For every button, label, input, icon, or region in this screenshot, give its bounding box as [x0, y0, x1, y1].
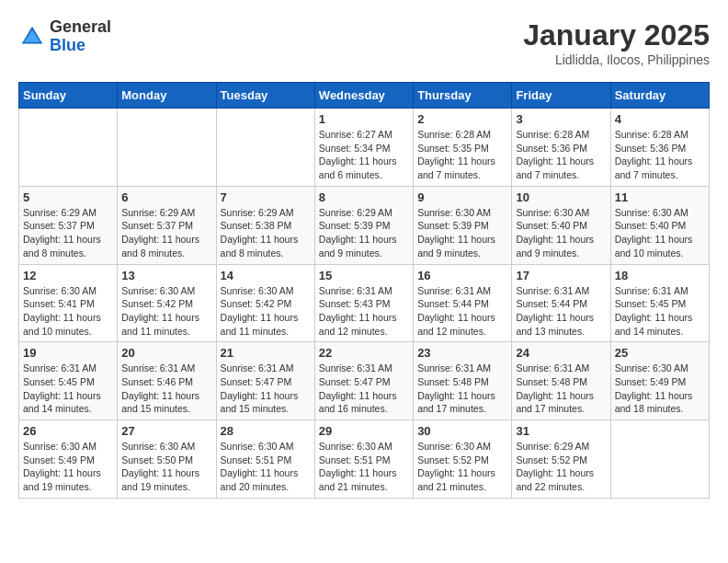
- day-number: 25: [615, 346, 705, 360]
- day-info: Sunrise: 6:31 AMSunset: 5:44 PMDaylight:…: [417, 284, 507, 339]
- day-info: Sunrise: 6:31 AMSunset: 5:48 PMDaylight:…: [516, 362, 606, 416]
- day-number: 15: [319, 269, 409, 282]
- day-info: Sunrise: 6:30 AMSunset: 5:41 PMDaylight:…: [23, 284, 113, 339]
- day-info: Sunrise: 6:31 AMSunset: 5:47 PMDaylight:…: [319, 362, 409, 416]
- calendar-cell: 28Sunrise: 6:30 AMSunset: 5:51 PMDayligh…: [216, 420, 314, 499]
- calendar-cell: 21Sunrise: 6:31 AMSunset: 5:47 PMDayligh…: [216, 342, 314, 420]
- calendar-week-row: 5Sunrise: 6:29 AMSunset: 5:37 PMDaylight…: [19, 186, 710, 264]
- day-info: Sunrise: 6:29 AMSunset: 5:37 PMDaylight:…: [121, 206, 211, 260]
- location-subtitle: Lidlidda, Ilocos, Philippines: [523, 52, 710, 67]
- day-info: Sunrise: 6:30 AMSunset: 5:51 PMDaylight:…: [221, 440, 311, 494]
- day-number: 1: [319, 112, 409, 126]
- calendar-cell: 29Sunrise: 6:30 AMSunset: 5:51 PMDayligh…: [314, 420, 413, 499]
- day-info: Sunrise: 6:31 AMSunset: 5:45 PMDaylight:…: [615, 284, 705, 339]
- calendar-cell: 11Sunrise: 6:30 AMSunset: 5:40 PMDayligh…: [610, 186, 709, 264]
- day-info: Sunrise: 6:31 AMSunset: 5:48 PMDaylight:…: [417, 362, 507, 416]
- day-info: Sunrise: 6:30 AMSunset: 5:49 PMDaylight:…: [615, 362, 705, 416]
- calendar-cell: 2Sunrise: 6:28 AMSunset: 5:35 PMDaylight…: [414, 109, 512, 187]
- day-info: Sunrise: 6:31 AMSunset: 5:46 PMDaylight:…: [121, 362, 211, 416]
- day-number: 21: [221, 346, 311, 360]
- page-header: General Blue January 2025 Lidlidda, Iloc…: [18, 18, 710, 67]
- calendar-cell: 24Sunrise: 6:31 AMSunset: 5:48 PMDayligh…: [512, 342, 610, 420]
- calendar-cell: 31Sunrise: 6:29 AMSunset: 5:52 PMDayligh…: [512, 420, 610, 499]
- day-info: Sunrise: 6:31 AMSunset: 5:45 PMDaylight:…: [23, 362, 113, 416]
- calendar-cell: [216, 109, 314, 187]
- day-info: Sunrise: 6:27 AMSunset: 5:34 PMDaylight:…: [319, 128, 409, 182]
- day-number: 13: [121, 269, 211, 282]
- calendar-cell: [118, 109, 216, 187]
- day-info: Sunrise: 6:30 AMSunset: 5:49 PMDaylight:…: [23, 440, 113, 494]
- day-info: Sunrise: 6:30 AMSunset: 5:51 PMDaylight:…: [319, 440, 409, 494]
- calendar-cell: 6Sunrise: 6:29 AMSunset: 5:37 PMDaylight…: [118, 186, 216, 264]
- weekday-header: Monday: [118, 83, 216, 109]
- day-number: 22: [319, 346, 409, 360]
- calendar-cell: 10Sunrise: 6:30 AMSunset: 5:40 PMDayligh…: [512, 186, 610, 264]
- weekday-header: Sunday: [19, 83, 118, 109]
- day-number: 7: [221, 190, 311, 204]
- day-info: Sunrise: 6:30 AMSunset: 5:40 PMDaylight:…: [615, 206, 705, 260]
- calendar-cell: 18Sunrise: 6:31 AMSunset: 5:45 PMDayligh…: [610, 264, 709, 342]
- day-number: 31: [516, 424, 606, 438]
- calendar-cell: 20Sunrise: 6:31 AMSunset: 5:46 PMDayligh…: [118, 342, 216, 420]
- day-info: Sunrise: 6:29 AMSunset: 5:38 PMDaylight:…: [221, 206, 311, 260]
- day-info: Sunrise: 6:29 AMSunset: 5:37 PMDaylight:…: [23, 206, 113, 260]
- day-number: 8: [319, 190, 409, 204]
- weekday-header: Saturday: [610, 83, 709, 109]
- day-number: 23: [417, 346, 507, 360]
- day-info: Sunrise: 6:30 AMSunset: 5:42 PMDaylight:…: [121, 284, 211, 339]
- day-number: 6: [121, 190, 211, 204]
- calendar-cell: [19, 109, 118, 187]
- logo: General Blue: [18, 18, 111, 55]
- weekday-header: Thursday: [414, 83, 512, 109]
- calendar-cell: 17Sunrise: 6:31 AMSunset: 5:44 PMDayligh…: [512, 264, 610, 342]
- day-info: Sunrise: 6:30 AMSunset: 5:40 PMDaylight:…: [516, 206, 606, 260]
- calendar-cell: 4Sunrise: 6:28 AMSunset: 5:36 PMDaylight…: [610, 109, 709, 187]
- calendar-cell: 12Sunrise: 6:30 AMSunset: 5:41 PMDayligh…: [19, 264, 118, 342]
- day-number: 17: [516, 269, 606, 282]
- calendar-cell: 3Sunrise: 6:28 AMSunset: 5:36 PMDaylight…: [512, 109, 610, 187]
- calendar-cell: 19Sunrise: 6:31 AMSunset: 5:45 PMDayligh…: [19, 342, 118, 420]
- day-info: Sunrise: 6:28 AMSunset: 5:35 PMDaylight:…: [417, 128, 507, 182]
- day-number: 5: [23, 190, 113, 204]
- weekday-header: Wednesday: [314, 83, 413, 109]
- calendar-cell: 8Sunrise: 6:29 AMSunset: 5:39 PMDaylight…: [314, 186, 413, 264]
- calendar-cell: 13Sunrise: 6:30 AMSunset: 5:42 PMDayligh…: [118, 264, 216, 342]
- calendar-cell: 14Sunrise: 6:30 AMSunset: 5:42 PMDayligh…: [216, 264, 314, 342]
- calendar-cell: 23Sunrise: 6:31 AMSunset: 5:48 PMDayligh…: [414, 342, 512, 420]
- day-number: 28: [221, 424, 311, 438]
- logo-text: General Blue: [50, 18, 111, 55]
- calendar-cell: 7Sunrise: 6:29 AMSunset: 5:38 PMDaylight…: [216, 186, 314, 264]
- calendar-cell: 30Sunrise: 6:30 AMSunset: 5:52 PMDayligh…: [414, 420, 512, 499]
- day-info: Sunrise: 6:31 AMSunset: 5:47 PMDaylight:…: [221, 362, 311, 416]
- day-number: 14: [221, 269, 311, 282]
- calendar-table: SundayMondayTuesdayWednesdayThursdayFrid…: [18, 82, 710, 499]
- day-info: Sunrise: 6:30 AMSunset: 5:52 PMDaylight:…: [417, 440, 507, 494]
- day-number: 12: [23, 269, 113, 282]
- day-number: 18: [615, 269, 705, 282]
- day-number: 19: [23, 346, 113, 360]
- day-number: 10: [516, 190, 606, 204]
- calendar-week-row: 12Sunrise: 6:30 AMSunset: 5:41 PMDayligh…: [19, 264, 710, 342]
- day-info: Sunrise: 6:30 AMSunset: 5:42 PMDaylight:…: [221, 284, 311, 339]
- day-info: Sunrise: 6:28 AMSunset: 5:36 PMDaylight:…: [516, 128, 606, 182]
- calendar-cell: 26Sunrise: 6:30 AMSunset: 5:49 PMDayligh…: [19, 420, 118, 499]
- calendar-cell: 5Sunrise: 6:29 AMSunset: 5:37 PMDaylight…: [19, 186, 118, 264]
- calendar-cell: 25Sunrise: 6:30 AMSunset: 5:49 PMDayligh…: [610, 342, 709, 420]
- day-number: 24: [516, 346, 606, 360]
- calendar-cell: 9Sunrise: 6:30 AMSunset: 5:39 PMDaylight…: [414, 186, 512, 264]
- calendar-cell: 27Sunrise: 6:30 AMSunset: 5:50 PMDayligh…: [118, 420, 216, 499]
- day-number: 27: [121, 424, 211, 438]
- day-number: 30: [417, 424, 507, 438]
- day-info: Sunrise: 6:30 AMSunset: 5:50 PMDaylight:…: [121, 440, 211, 494]
- calendar-cell: 15Sunrise: 6:31 AMSunset: 5:43 PMDayligh…: [314, 264, 413, 342]
- title-block: January 2025 Lidlidda, Ilocos, Philippin…: [523, 18, 710, 67]
- day-number: 26: [23, 424, 113, 438]
- logo-icon: [18, 23, 46, 51]
- calendar-week-row: 19Sunrise: 6:31 AMSunset: 5:45 PMDayligh…: [19, 342, 710, 420]
- day-info: Sunrise: 6:31 AMSunset: 5:44 PMDaylight:…: [516, 284, 606, 339]
- weekday-header-row: SundayMondayTuesdayWednesdayThursdayFrid…: [19, 83, 710, 109]
- weekday-header: Friday: [512, 83, 610, 109]
- calendar-cell: 1Sunrise: 6:27 AMSunset: 5:34 PMDaylight…: [314, 109, 413, 187]
- month-title: January 2025: [523, 18, 710, 52]
- calendar-cell: [610, 420, 709, 499]
